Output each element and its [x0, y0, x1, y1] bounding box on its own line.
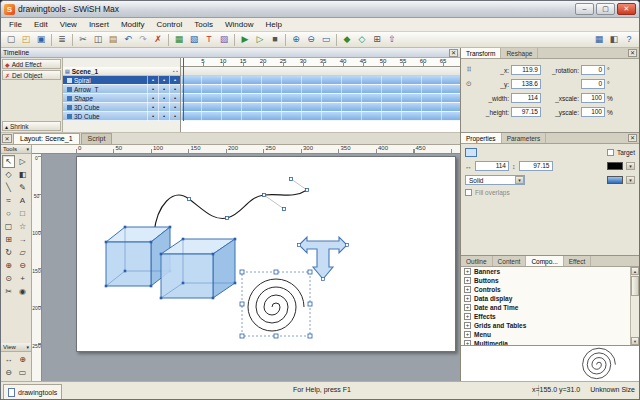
tree-item-controls[interactable]: +Controls — [461, 285, 630, 294]
play-scene-button[interactable]: ▷ — [253, 33, 267, 46]
menu-view[interactable]: View — [54, 19, 83, 30]
tool-select[interactable]: ↖ — [2, 155, 15, 168]
tools-menu-icon[interactable]: ▾ — [26, 146, 29, 152]
layer-dot[interactable]: • — [147, 76, 158, 85]
expand-icon[interactable]: + — [464, 322, 471, 329]
tool-fill-transform[interactable]: ◧ — [16, 168, 29, 181]
ungroup-button[interactable]: ◇ — [355, 33, 369, 46]
transform-close-icon[interactable]: ✕ — [628, 49, 637, 57]
components-tab-effect[interactable]: Effect — [564, 256, 592, 266]
tool-crosshair[interactable]: + — [16, 272, 29, 285]
menu-file[interactable]: File — [3, 19, 28, 30]
view-zoom-in[interactable]: ⊕ — [16, 353, 29, 366]
properties-tab-parameters[interactable]: Parameters — [502, 133, 547, 143]
layer-dot[interactable]: • — [158, 85, 169, 94]
layer-dot[interactable]: • — [169, 85, 180, 94]
layer-dot[interactable]: • — [169, 94, 180, 103]
zoom-fit-button[interactable]: ▭ — [319, 33, 333, 46]
tool-zoom-out[interactable]: ⊖ — [16, 259, 29, 272]
menu-modify[interactable]: Modify — [115, 19, 151, 30]
transform-field2-angle[interactable]: 0 — [581, 79, 605, 89]
tree-item-banners[interactable]: +Banners — [461, 267, 630, 276]
expand-icon[interactable]: + — [464, 304, 471, 311]
cut-button[interactable]: ✂ — [76, 33, 90, 46]
components-tab-outline[interactable]: Outline — [461, 256, 493, 266]
layer-dot[interactable]: • — [169, 112, 180, 121]
tool-autoshape[interactable]: ⊞ — [2, 233, 15, 246]
scroll-up-icon[interactable]: ▲ — [631, 267, 639, 275]
print-button[interactable]: ≣ — [55, 33, 69, 46]
export-button[interactable]: ⇧ — [385, 33, 399, 46]
tree-item-date-and-time[interactable]: +Date and Time — [461, 303, 630, 312]
line-style-dropdown[interactable]: Solid ▾ — [465, 175, 525, 185]
shape-spiral[interactable] — [248, 279, 304, 331]
view-menu-icon[interactable]: ▾ — [26, 344, 29, 350]
menu-help[interactable]: Help — [259, 19, 287, 30]
title-bar[interactable]: S drawingtools - SWiSH Max – ▢ ✕ — [1, 1, 639, 18]
layer-row-3d-cube[interactable]: 3D Cube••• — [63, 112, 180, 121]
target-checkbox[interactable] — [607, 149, 614, 156]
tree-item-effects[interactable]: +Effects — [461, 312, 630, 321]
tree-item-buttons[interactable]: +Buttons — [461, 276, 630, 285]
transform-field-width[interactable]: 114 — [511, 93, 541, 103]
tool-pencil[interactable]: ✎ — [16, 181, 29, 194]
layout-tab-layout-scene-1[interactable]: Layout: Scene_1 — [13, 133, 80, 144]
shrink-button[interactable]: ▴ Shrink — [2, 121, 61, 131]
scroll-down-icon[interactable]: ▼ — [631, 337, 639, 345]
transform-tab-reshape[interactable]: Reshape — [501, 48, 538, 58]
minimize-button[interactable]: – — [575, 3, 594, 15]
layer-dot[interactable]: • — [158, 76, 169, 85]
help-button[interactable]: ? — [622, 33, 636, 46]
layer-dot[interactable]: • — [169, 103, 180, 112]
playhead[interactable] — [183, 58, 184, 121]
tree-item-menu[interactable]: +Menu — [461, 330, 630, 339]
close-button[interactable]: ✕ — [617, 3, 636, 15]
save-button[interactable]: ▣ — [34, 33, 48, 46]
view-zoom-out[interactable]: ⊖ — [2, 366, 15, 379]
delete-button[interactable]: ✗ — [151, 33, 165, 46]
new-button[interactable]: ▢ — [4, 33, 18, 46]
expand-icon[interactable]: + — [464, 340, 471, 345]
transform-field2-yscale[interactable]: 100 — [581, 107, 605, 117]
shape-height-field[interactable]: 97.15 — [519, 161, 553, 171]
menu-edit[interactable]: Edit — [28, 19, 54, 30]
tool-reshape[interactable]: ◇ — [2, 168, 15, 181]
components-scrollbar[interactable]: ▲ ▼ — [630, 267, 639, 345]
frame-row[interactable] — [181, 85, 460, 94]
layer-dot[interactable]: • — [147, 94, 158, 103]
components-tab-content[interactable]: Content — [493, 256, 527, 266]
tool-text[interactable]: A — [16, 194, 29, 207]
tool-rounded-rect[interactable]: ▢ — [2, 220, 15, 233]
transform-field-y[interactable]: 138.6 — [511, 79, 541, 89]
layer-dot[interactable]: • — [158, 103, 169, 112]
menu-insert[interactable]: Insert — [83, 19, 115, 30]
frame-row[interactable] — [181, 94, 460, 103]
frame-row[interactable] — [181, 76, 460, 85]
tree-item-grids-and-tables[interactable]: +Grids and Tables — [461, 321, 630, 330]
canvas-area[interactable] — [42, 154, 460, 381]
transform-field2-xscale[interactable]: 100 — [581, 93, 605, 103]
insert-sprite-button[interactable]: ▧ — [187, 33, 201, 46]
tool-ellipse[interactable]: ○ — [2, 207, 15, 220]
document-tab-drawingtools[interactable]: drawingtools — [3, 384, 62, 399]
panels-button[interactable]: ◧ — [607, 33, 621, 46]
insert-image-button[interactable]: ▨ — [217, 33, 231, 46]
properties-tab-properties[interactable]: Properties — [461, 133, 502, 143]
layer-dot[interactable]: • — [147, 112, 158, 121]
properties-close-icon[interactable]: ✕ — [628, 134, 637, 142]
fill-overlaps-checkbox[interactable] — [465, 189, 472, 196]
tool-motion-path[interactable]: → — [16, 233, 29, 246]
zoom-out-button[interactable]: ⊖ — [304, 33, 318, 46]
tool-subselect[interactable]: ▷ — [16, 155, 29, 168]
paste-button[interactable]: ▤ — [106, 33, 120, 46]
stop-button[interactable]: ■ — [268, 33, 282, 46]
layer-dot[interactable]: • — [147, 85, 158, 94]
fill-color-dropdown-icon[interactable]: ▾ — [626, 176, 635, 184]
menu-window[interactable]: Window — [219, 19, 259, 30]
insert-scene-button[interactable]: ▦ — [172, 33, 186, 46]
copy-button[interactable]: ◫ — [91, 33, 105, 46]
scrollbar-thumb[interactable] — [631, 276, 639, 296]
timeline-close-icon[interactable]: ✕ — [449, 49, 458, 57]
tool-knife[interactable]: ✂ — [2, 285, 15, 298]
shape-curve[interactable] — [153, 178, 309, 235]
